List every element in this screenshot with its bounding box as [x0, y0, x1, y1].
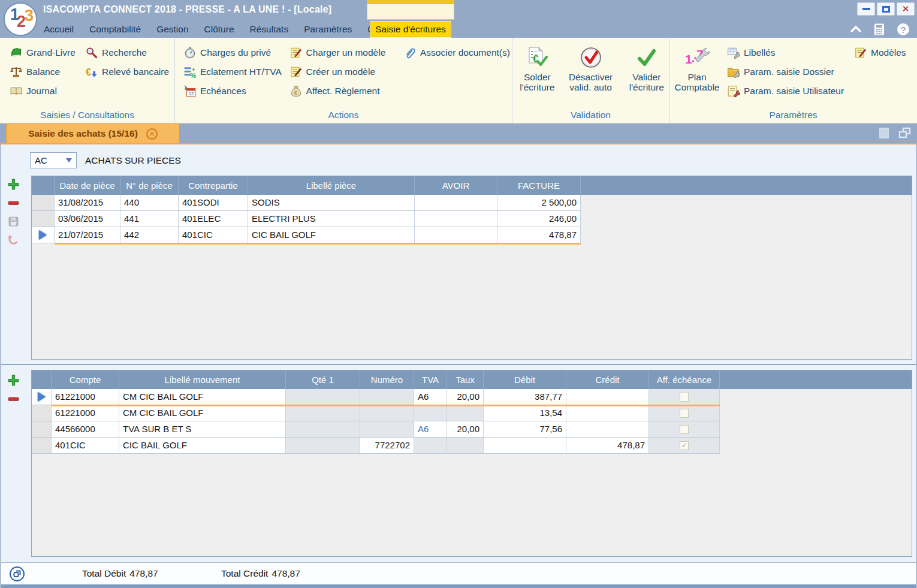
cell-aff_echeance[interactable] — [649, 438, 720, 454]
menu-item-accueil[interactable]: Accueil — [36, 21, 82, 38]
cell-tva[interactable]: A6 — [414, 389, 447, 405]
column-header-avoir[interactable]: AVOIR — [415, 176, 497, 195]
row-selector[interactable] — [32, 438, 52, 454]
cell-contrepartie[interactable]: 401ELEC — [179, 211, 248, 227]
column-header-aff_echeance[interactable]: Aff. échéance — [649, 370, 720, 389]
valider-ecriture-button[interactable]: Valider l'écriture — [625, 43, 669, 92]
column-header-credit[interactable]: Crédit — [566, 370, 649, 389]
echeances-button[interactable]: 12Echéances — [181, 82, 287, 101]
param-saisie-utilisateur-button[interactable]: Param. saisie Utilisateur — [725, 82, 852, 101]
column-header-select[interactable] — [32, 370, 52, 389]
restore-window-icon[interactable] — [898, 126, 912, 140]
table-row[interactable]: 44566000TVA SUR B ET SA620,0077,56 — [32, 421, 720, 438]
cell-taux[interactable]: 20,00 — [447, 421, 484, 438]
cell-facture[interactable]: 478,87 — [497, 227, 581, 243]
cell-numero[interactable] — [360, 405, 414, 421]
cell-numero[interactable]: 442 — [120, 227, 179, 243]
column-header-facture[interactable]: FACTURE — [497, 176, 581, 195]
cell-libelle[interactable]: CIC BAIL GOLF — [248, 227, 415, 243]
cell-libelle[interactable]: CIC BAIL GOLF — [119, 438, 286, 454]
cell-taux[interactable]: 20,00 — [447, 389, 484, 405]
cell-taux[interactable] — [447, 405, 484, 421]
solder-ecriture-button[interactable]: €Solder l'écriture — [517, 43, 557, 92]
cell-numero[interactable]: 441 — [120, 211, 179, 227]
collapse-ribbon-button[interactable] — [850, 25, 862, 34]
column-header-qte[interactable]: Qté 1 — [286, 370, 360, 389]
cell-contrepartie[interactable]: 401SODI — [179, 195, 248, 211]
cell-libelle[interactable]: TVA SUR B ET S — [119, 421, 286, 438]
cell-libelle[interactable]: SODIS — [248, 195, 415, 211]
cell-tva[interactable] — [414, 438, 447, 454]
cell-compte[interactable]: 61221000 — [52, 389, 119, 405]
cell-debit[interactable] — [484, 438, 566, 454]
menu-item-parametres[interactable]: Paramètres — [296, 21, 360, 38]
column-header-libelle[interactable]: Libellé pièce — [248, 176, 415, 195]
cell-libelle[interactable]: ELECTRI PLUS — [248, 211, 415, 227]
table-row[interactable]: 21/07/2015442401CICCIC BAIL GOLF478,87 — [32, 227, 581, 243]
column-header-debit[interactable]: Débit — [484, 370, 566, 389]
table-row[interactable]: 03/06/2015441401ELECELECTRI PLUS246,00 — [32, 211, 581, 227]
row-selector[interactable] — [32, 421, 52, 438]
affect-reglement-button[interactable]: €Affect. Règlement — [287, 82, 401, 101]
save-button[interactable] — [7, 215, 20, 228]
close-button[interactable] — [897, 2, 915, 16]
cell-numero[interactable]: 440 — [120, 195, 179, 211]
add-row-button[interactable] — [7, 374, 20, 387]
table-row[interactable]: 61221000CM CIC BAIL GOLFA620,00387,77 — [32, 389, 720, 405]
column-header-libelle[interactable]: Libellé mouvement — [119, 370, 286, 389]
cell-debit[interactable]: 387,77 — [484, 389, 566, 405]
cell-facture[interactable]: 2 500,00 — [497, 195, 581, 211]
plan-comptable-button[interactable]: 17Plan Comptable — [669, 43, 725, 101]
row-selector[interactable] — [32, 211, 55, 227]
aff-echeance-checkbox[interactable] — [680, 409, 689, 418]
tab-saisie-des-achats[interactable]: Saisie des achats (15/16) — [6, 123, 180, 143]
cell-tva[interactable]: A6 — [414, 421, 447, 438]
close-tab-icon[interactable] — [146, 128, 158, 140]
table-row[interactable]: 61221000CM CIC BAIL GOLF13,54 — [32, 405, 720, 421]
cell-debit[interactable]: 13,54 — [484, 405, 566, 421]
journal-selector[interactable]: AC — [30, 152, 77, 168]
document-icon[interactable] — [877, 126, 891, 140]
cell-qte[interactable] — [286, 389, 360, 405]
cell-numero[interactable]: 7722702 — [360, 438, 414, 454]
cell-numero[interactable] — [360, 421, 414, 438]
column-header-contrepartie[interactable]: Contrepartie — [179, 176, 248, 195]
cell-compte[interactable]: 61221000 — [52, 405, 119, 421]
undo-button[interactable] — [7, 234, 20, 246]
cell-libelle[interactable]: CM CIC BAIL GOLF — [119, 405, 286, 421]
cell-aff_echeance[interactable] — [649, 389, 720, 405]
associer-documents-button[interactable]: Associer document(s) — [401, 43, 512, 62]
cell-qte[interactable] — [286, 438, 360, 454]
cell-numero[interactable] — [360, 389, 414, 405]
aff-echeance-checkbox[interactable] — [680, 425, 689, 434]
cell-avoir[interactable] — [415, 211, 497, 227]
cell-aff_echeance[interactable] — [649, 421, 720, 438]
maximize-button[interactable] — [877, 2, 895, 16]
column-header-numero[interactable]: N° de pièce — [120, 176, 179, 195]
row-selector[interactable] — [32, 389, 52, 405]
row-selector[interactable] — [32, 195, 55, 211]
calculator-icon[interactable] — [873, 23, 886, 36]
minimize-button[interactable] — [857, 2, 875, 16]
menu-item-cloture[interactable]: Clôture — [197, 21, 242, 38]
cell-tva[interactable] — [414, 405, 447, 421]
cell-libelle[interactable]: CM CIC BAIL GOLF — [119, 389, 286, 405]
delete-row-button[interactable] — [7, 393, 20, 405]
cell-facture[interactable]: 246,00 — [497, 211, 581, 227]
table-row[interactable]: 401CICCIC BAIL GOLF7722702478,87 — [32, 438, 720, 454]
cell-qte[interactable] — [286, 405, 360, 421]
menu-item-gestion[interactable]: Gestion — [149, 21, 196, 38]
grand-livre-button[interactable]: Grand-Livre — [7, 43, 83, 62]
column-header-compte[interactable]: Compte — [52, 370, 119, 389]
aff-echeance-checkbox[interactable] — [680, 393, 689, 402]
balance-button[interactable]: Balance — [7, 62, 83, 82]
cell-contrepartie[interactable]: 401CIC — [179, 227, 248, 243]
cell-compte[interactable]: 401CIC — [52, 438, 119, 454]
charges-du-prive-button[interactable]: Charges du privé — [181, 43, 287, 62]
cell-credit[interactable]: 478,87 — [566, 438, 649, 454]
tab-saisie-ecritures[interactable]: Saisie d'écritures — [370, 21, 451, 38]
journal-button[interactable]: Journal — [7, 82, 83, 101]
modeles-button[interactable]: Modèles — [852, 43, 914, 62]
cell-compte[interactable]: 44566000 — [52, 421, 119, 438]
libelles-button[interactable]: Libellés — [725, 43, 852, 62]
